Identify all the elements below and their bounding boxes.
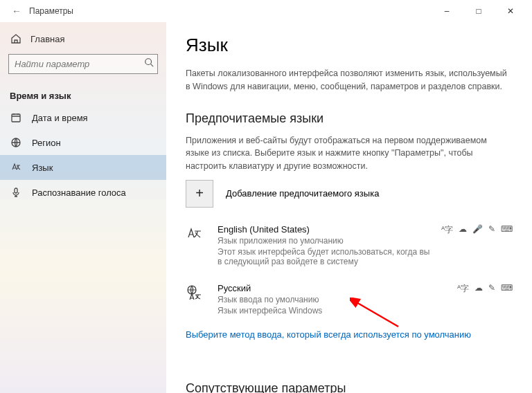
close-button[interactable]: ✕ bbox=[495, 0, 526, 22]
language-globe-icon bbox=[186, 283, 206, 316]
preferred-intro: Приложения и веб-сайты будут отображатьс… bbox=[186, 134, 511, 173]
language-item-ru[interactable]: Русский Язык ввода по умолчанию Язык инт… bbox=[186, 279, 513, 328]
nav-item-label: Дата и время bbox=[32, 113, 88, 123]
window-title: Параметры bbox=[29, 6, 73, 16]
titlebar: ← Параметры – □ ✕ bbox=[0, 0, 532, 22]
nav-item-speech[interactable]: Распознавание голоса bbox=[0, 180, 166, 205]
home-link[interactable]: Главная bbox=[0, 28, 166, 50]
keyboard-icon: ⌨ bbox=[501, 224, 513, 266]
search-box[interactable] bbox=[8, 54, 158, 74]
search-icon bbox=[144, 57, 154, 67]
nav-item-region[interactable]: Регион bbox=[0, 130, 166, 155]
related-heading: Сопутствующие параметры bbox=[186, 381, 513, 393]
home-label: Главная bbox=[30, 34, 64, 44]
intro-text: Пакеты локализованного интерфейса позвол… bbox=[186, 67, 511, 93]
tts-icon: ☁ bbox=[459, 224, 467, 266]
language-item-en[interactable]: English (United States) Язык приложения … bbox=[186, 220, 513, 279]
add-language-label: Добавление предпочитаемого языка bbox=[226, 188, 379, 199]
mic-icon bbox=[10, 187, 22, 198]
svg-point-0 bbox=[145, 59, 152, 65]
language-icon bbox=[10, 162, 22, 173]
language-note: Этот язык интерфейса будет использоватьс… bbox=[218, 247, 430, 266]
preferred-heading: Предпочитаемые языки bbox=[186, 111, 513, 126]
language-subtitle: Язык ввода по умолчанию bbox=[218, 295, 446, 304]
plus-icon: + bbox=[195, 185, 204, 201]
handwriting-icon: ✎ bbox=[488, 224, 495, 266]
language-note: Язык интерфейса Windows bbox=[218, 306, 446, 316]
language-subtitle: Язык приложения по умолчанию bbox=[218, 236, 430, 246]
page-heading: Язык bbox=[186, 35, 513, 56]
nav-list: Дата и время Регион Язык bbox=[0, 105, 166, 205]
search-input[interactable] bbox=[8, 54, 158, 74]
default-input-link[interactable]: Выберите метод ввода, который всегда исп… bbox=[186, 329, 471, 340]
svg-rect-1 bbox=[12, 114, 20, 122]
displaylang-icon: ᴬ字 bbox=[457, 283, 469, 316]
displaylang-icon: ᴬ字 bbox=[441, 224, 453, 266]
content-area: Язык Пакеты локализованного интерфейса п… bbox=[166, 22, 532, 393]
handwriting-icon: ✎ bbox=[488, 283, 495, 316]
nav-item-label: Регион bbox=[32, 138, 61, 148]
sidebar: Главная Время и язык Дата и время bbox=[0, 22, 166, 393]
svg-rect-3 bbox=[15, 188, 17, 193]
nav-item-label: Распознавание голоса bbox=[32, 188, 126, 198]
nav-item-datetime[interactable]: Дата и время bbox=[0, 105, 166, 130]
minimize-button[interactable]: – bbox=[431, 0, 463, 22]
clock-icon bbox=[10, 112, 22, 123]
maximize-button[interactable]: □ bbox=[463, 0, 495, 22]
nav-item-label: Язык bbox=[32, 163, 53, 173]
language-az-icon bbox=[186, 224, 206, 266]
add-language-row[interactable]: + Добавление предпочитаемого языка bbox=[186, 180, 513, 208]
language-name: English (United States) bbox=[218, 224, 430, 235]
home-icon bbox=[10, 33, 22, 44]
add-button[interactable]: + bbox=[186, 180, 213, 208]
back-button[interactable]: ← bbox=[10, 6, 24, 17]
globe-icon bbox=[10, 137, 22, 148]
language-feature-icons: ᴬ字 ☁ 🎤 ✎ ⌨ bbox=[441, 224, 513, 266]
language-feature-icons: ᴬ字 ☁ ✎ ⌨ bbox=[457, 283, 513, 316]
keyboard-icon: ⌨ bbox=[501, 283, 513, 316]
language-name: Русский bbox=[218, 283, 446, 293]
nav-group-label: Время и язык bbox=[0, 84, 166, 105]
nav-item-language[interactable]: Язык bbox=[0, 155, 166, 180]
speech-icon: 🎤 bbox=[472, 224, 483, 266]
tts-icon: ☁ bbox=[475, 283, 483, 316]
